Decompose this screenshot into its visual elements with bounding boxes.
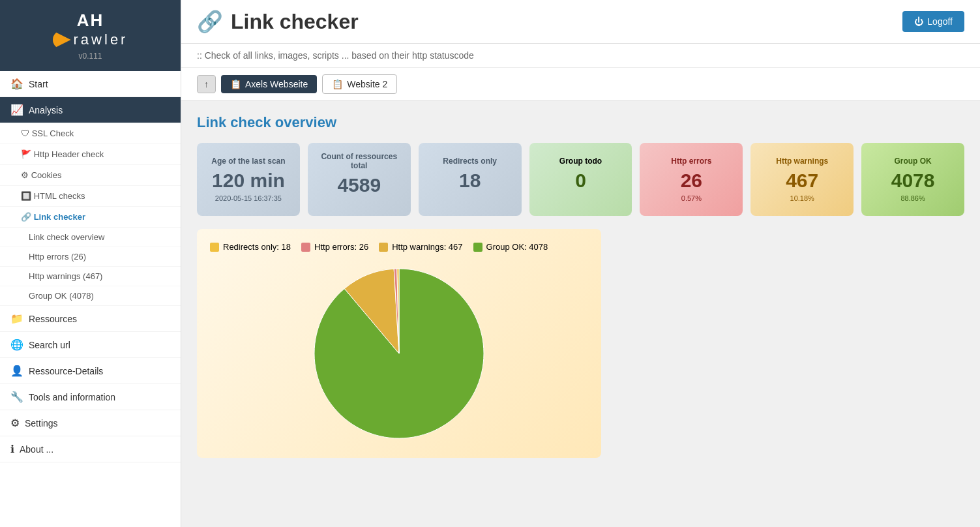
tab-website-2[interactable]: 📋 Website 2 xyxy=(322,74,397,94)
sidebar-item-link-checker[interactable]: 🔗 Link checker xyxy=(0,207,181,228)
html-icon: 🔲 xyxy=(21,191,34,201)
sidebar-item-analysis[interactable]: 📈 Analysis xyxy=(0,97,181,123)
stat-redirects-value: 18 xyxy=(459,170,481,192)
legend-redirects: Redirects only: 18 xyxy=(210,242,291,252)
stat-card-ok: Group OK 4078 88.86% xyxy=(861,143,964,216)
content-area: Link check overview Age of the last scan… xyxy=(181,101,980,527)
header-title-area: 🔗 Link checker xyxy=(197,9,359,34)
stat-card-redirects: Redirects only 18 xyxy=(419,143,522,216)
logo-initials: AH xyxy=(10,10,170,31)
stat-errors-label: Http errors xyxy=(671,157,711,166)
logo-version: v0.111 xyxy=(10,52,170,61)
details-icon: 👤 xyxy=(10,365,23,377)
stat-errors-value: 26 xyxy=(681,170,702,192)
legend-dot-warnings xyxy=(379,243,388,252)
sidebar-item-link-check-overview[interactable]: Link check overview xyxy=(0,228,181,247)
folder-icon: 📁 xyxy=(10,312,23,325)
stat-total-sub xyxy=(358,199,360,207)
analysis-icon: 📈 xyxy=(10,104,23,116)
header: 🔗 Link checker ⏻ Logoff xyxy=(181,0,980,44)
stat-ok-value: 4078 xyxy=(891,170,935,192)
stat-card-warnings: Http warnings 467 10.18% xyxy=(750,143,854,216)
chain-icon: 🔗 xyxy=(197,9,223,34)
sidebar-item-start-label: Start xyxy=(29,79,48,89)
logo-name: rawler xyxy=(10,31,170,49)
sidebar-item-about-label: About ... xyxy=(20,444,53,455)
stat-card-todo: Group todo 0 xyxy=(529,143,632,216)
page-subtitle: :: Check of all links, images, scripts .… xyxy=(181,44,980,68)
sidebar-item-tools-label: Tools and information xyxy=(29,392,115,402)
logoff-label: Logoff xyxy=(927,16,953,27)
chart-area xyxy=(210,262,588,445)
logo-text: rawler xyxy=(74,31,128,48)
sidebar-item-html-checks[interactable]: 🔲 HTML checks xyxy=(0,186,181,207)
sidebar-item-analysis-label: Analysis xyxy=(29,105,63,115)
stat-todo-sub xyxy=(580,194,582,202)
sidebar-item-ressource-details-label: Ressource-Details xyxy=(29,366,103,376)
stat-total-label: Count of ressources total xyxy=(319,152,399,170)
power-icon: ⏻ xyxy=(914,16,923,27)
stat-card-errors: Http errors 26 0.57% xyxy=(640,143,743,216)
gear-icon: ⚙ xyxy=(10,417,20,429)
stat-total-value: 4589 xyxy=(337,174,381,196)
legend-dot-errors xyxy=(301,243,310,252)
pie-chart xyxy=(301,262,497,445)
sidebar-item-search-url[interactable]: 🌐 Search url xyxy=(0,332,181,358)
tab-axels-webseite[interactable]: 📋 Axels Webseite xyxy=(221,75,317,93)
sidebar-item-ressources-label: Ressources xyxy=(29,314,77,324)
sidebar-item-http-header[interactable]: 🚩 Http Header check xyxy=(0,144,181,165)
logoff-button[interactable]: ⏻ Logoff xyxy=(902,11,964,32)
stat-todo-value: 0 xyxy=(575,170,586,192)
sidebar-item-http-warnings[interactable]: Http warnings (467) xyxy=(0,267,181,286)
legend-label-errors: Http errors: 26 xyxy=(314,242,368,252)
legend-warnings: Http warnings: 467 xyxy=(379,242,462,252)
stat-age-label: Age of the last scan xyxy=(211,157,285,166)
sidebar-item-ressources[interactable]: 📁 Ressources xyxy=(0,306,181,332)
stat-age-sub: 2020-05-15 16:37:35 xyxy=(215,194,282,202)
chart-container: Redirects only: 18 Http errors: 26 Http … xyxy=(197,229,601,458)
chart-legend: Redirects only: 18 Http errors: 26 Http … xyxy=(210,242,588,252)
tabs-area: ↑ 📋 Axels Webseite 📋 Website 2 xyxy=(181,68,980,101)
stat-age-value: 120 min xyxy=(212,170,285,192)
cookie-icon: ⚙ xyxy=(21,170,31,180)
legend-label-ok: Group OK: 4078 xyxy=(486,242,548,252)
stat-warnings-value: 467 xyxy=(786,170,818,192)
legend-dot-redirects xyxy=(210,243,219,252)
legend-errors: Http errors: 26 xyxy=(301,242,368,252)
stat-redirects-sub xyxy=(469,194,471,202)
section-title: Link check overview xyxy=(197,114,964,131)
sidebar-item-group-ok[interactable]: Group OK (4078) xyxy=(0,286,181,306)
home-icon: 🏠 xyxy=(10,78,23,90)
sidebar-item-about[interactable]: ℹ About ... xyxy=(0,436,181,462)
sidebar-item-ressource-details[interactable]: 👤 Ressource-Details xyxy=(0,358,181,384)
tab-label-1: Axels Webseite xyxy=(245,79,308,89)
globe-icon: 🌐 xyxy=(10,339,23,351)
sidebar-item-search-url-label: Search url xyxy=(29,340,70,350)
stat-ok-label: Group OK xyxy=(894,157,931,166)
info-icon: ℹ xyxy=(10,443,14,455)
stat-ok-sub: 88.86% xyxy=(900,194,925,202)
stat-errors-sub: 0.57% xyxy=(681,194,702,202)
sidebar-item-settings-label: Settings xyxy=(25,418,58,429)
ssl-icon: 🛡 xyxy=(21,128,32,138)
tools-icon: 🔧 xyxy=(10,391,23,403)
legend-label-redirects: Redirects only: 18 xyxy=(223,242,291,252)
main-content: 🔗 Link checker ⏻ Logoff :: Check of all … xyxy=(181,0,980,527)
sidebar: AH rawler v0.111 🏠 Start 📈 Analysis 🛡 SS… xyxy=(0,0,181,527)
legend-label-warnings: Http warnings: 467 xyxy=(392,242,462,252)
sidebar-item-start[interactable]: 🏠 Start xyxy=(0,71,181,97)
sidebar-item-cookies[interactable]: ⚙ Cookies xyxy=(0,165,181,186)
sidebar-item-http-errors[interactable]: Http errors (26) xyxy=(0,247,181,267)
tab-icon-1: 📋 xyxy=(230,79,241,89)
sidebar-item-settings[interactable]: ⚙ Settings xyxy=(0,410,181,436)
pacman-icon xyxy=(53,31,71,49)
stats-row: Age of the last scan 120 min 2020-05-15 … xyxy=(197,143,964,216)
stat-warnings-sub: 10.18% xyxy=(790,194,814,202)
tab-icon-2: 📋 xyxy=(332,79,343,89)
stat-card-age: Age of the last scan 120 min 2020-05-15 … xyxy=(197,143,300,216)
tab-up-button[interactable]: ↑ xyxy=(197,75,216,93)
sidebar-item-ssl-check[interactable]: 🛡 SSL Check xyxy=(0,123,181,144)
sidebar-item-tools[interactable]: 🔧 Tools and information xyxy=(0,384,181,410)
legend-ok: Group OK: 4078 xyxy=(473,242,548,252)
page-title: Link checker xyxy=(231,10,359,34)
